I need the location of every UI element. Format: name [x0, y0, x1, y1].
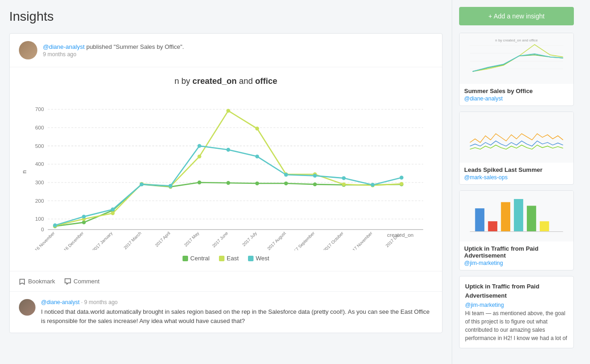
svg-text:2017 May: 2017 May — [183, 230, 200, 247]
sidebar-text-content: Hi team — as mentioned above, the goal o… — [465, 309, 568, 342]
svg-point-69 — [400, 176, 403, 179]
sidebar-chart-thumb-3 — [460, 191, 573, 241]
svg-text:n: n — [21, 170, 28, 173]
sidebar-insight-title-3: Uptick in Traffic from Paid Advertisemen… — [464, 245, 569, 259]
bookmark-icon — [19, 278, 25, 285]
svg-point-63 — [226, 148, 230, 152]
sidebar-insight-title-2: Leads Spiked Last Summer — [464, 166, 569, 173]
insight-meta: @diane-analyst published "Summer Sales b… — [43, 43, 184, 58]
svg-point-38 — [255, 182, 259, 185]
svg-point-32 — [82, 220, 86, 224]
sidebar-chart-thumb-1: n by created_on and office — [460, 33, 573, 84]
sidebar-insight-author-1: @diane-analyst — [464, 95, 569, 102]
page-title: Insights — [9, 9, 442, 24]
comment-body: @diane-analyst · 9 months ago I noticed … — [41, 299, 433, 325]
sidebar-chart-2 — [460, 112, 573, 163]
comment-section: @diane-analyst · 9 months ago I noticed … — [10, 291, 442, 333]
legend-dot-west — [248, 256, 254, 261]
svg-text:100: 100 — [35, 217, 44, 222]
svg-point-37 — [226, 181, 230, 185]
comment-icon — [65, 278, 71, 285]
svg-text:700: 700 — [35, 106, 44, 112]
svg-rect-80 — [540, 221, 549, 231]
svg-rect-79 — [527, 206, 536, 232]
svg-point-49 — [197, 154, 201, 158]
main-insight-card: @diane-analyst published "Summer Sales b… — [9, 33, 442, 333]
sidebar-chart-1: n by created_on and office — [460, 33, 573, 84]
commenter-username: @diane-analyst — [41, 299, 80, 305]
sidebar-insight-author-3: @jim-marketing — [464, 260, 569, 266]
insight-timestamp: 9 months ago — [43, 51, 184, 58]
svg-text:2017 September: 2017 September — [289, 230, 316, 250]
comment-button[interactable]: Comment — [65, 278, 100, 285]
sidebar: + Add a new insight n by created_on and … — [452, 0, 581, 364]
sidebar-insight-title-1: Summer Sales by Office — [464, 88, 569, 94]
chart-title: n by created_on and office — [19, 76, 433, 86]
legend-dot-central — [183, 256, 188, 261]
svg-text:2017 October: 2017 October — [322, 230, 344, 250]
svg-text:2017 April: 2017 April — [154, 230, 171, 247]
sidebar-insight-info-3: Uptick in Traffic from Paid Advertisemen… — [460, 241, 573, 270]
svg-point-61 — [169, 184, 172, 188]
svg-point-39 — [284, 182, 288, 185]
sidebar-chart-3 — [460, 191, 573, 241]
legend-central: Central — [183, 255, 210, 262]
line-chart: 700 600 500 400 300 200 100 0 n created_… — [19, 94, 433, 250]
sidebar-text-title: Uptick in Traffic from Paid Advertisemen… — [465, 282, 568, 300]
svg-point-51 — [255, 127, 259, 130]
chart-legend: Central East West — [19, 255, 433, 262]
sidebar-insight-info-1: Summer Sales by Office @diane-analyst — [460, 84, 573, 106]
bookmark-label: Bookmark — [28, 278, 55, 285]
sidebar-insight-1[interactable]: n by created_on and office Summer Sales … — [459, 33, 574, 106]
sidebar-insight-info-2: Leads Spiked Last Summer @mark-sales-ops — [460, 163, 573, 184]
comment-meta: @diane-analyst · 9 months ago — [41, 299, 433, 305]
svg-point-50 — [226, 109, 230, 112]
svg-rect-77 — [501, 202, 510, 232]
insight-header: @diane-analyst published "Summer Sales b… — [10, 34, 442, 67]
legend-east: East — [219, 255, 239, 262]
svg-text:2016 December: 2016 December — [59, 230, 84, 250]
svg-point-54 — [342, 182, 346, 186]
svg-point-56 — [400, 182, 403, 186]
comment-timestamp: · 9 months ago — [81, 299, 118, 305]
svg-point-66 — [313, 174, 317, 177]
svg-point-68 — [371, 183, 374, 187]
svg-point-67 — [342, 176, 346, 180]
chart-container: n by created_on and office 7 — [10, 67, 442, 271]
svg-point-64 — [255, 154, 259, 158]
svg-text:2017 March: 2017 March — [123, 230, 142, 250]
svg-text:300: 300 — [35, 180, 44, 185]
legend-label-west: West — [256, 255, 269, 262]
svg-point-62 — [197, 144, 201, 147]
legend-label-east: East — [227, 255, 239, 262]
avatar — [19, 41, 37, 59]
svg-text:600: 600 — [35, 125, 44, 130]
svg-rect-78 — [514, 199, 523, 232]
legend-west: West — [248, 255, 269, 262]
comment-text: I noticed that data.world automatically … — [41, 307, 433, 325]
bookmark-button[interactable]: Bookmark — [19, 278, 55, 285]
insight-author: @diane-analyst — [43, 43, 85, 50]
chart-area: 700 600 500 400 300 200 100 0 n created_… — [19, 94, 433, 250]
svg-text:0: 0 — [41, 227, 44, 232]
svg-point-58 — [82, 215, 86, 218]
svg-text:400: 400 — [35, 161, 44, 167]
svg-text:200: 200 — [35, 198, 44, 204]
sidebar-insight-3[interactable]: Uptick in Traffic from Paid Advertisemen… — [459, 190, 574, 270]
sidebar-insight-2[interactable]: Leads Spiked Last Summer @mark-sales-ops — [459, 112, 574, 185]
sidebar-text-author: @jim-marketing — [465, 302, 504, 308]
svg-text:2017 June: 2017 June — [211, 230, 229, 248]
svg-point-60 — [140, 182, 143, 186]
insight-title-ref: "Summer Sales by Office". — [113, 43, 184, 50]
insight-action: published — [86, 43, 113, 50]
legend-dot-east — [219, 256, 224, 261]
sidebar-chart-thumb-2 — [460, 112, 573, 163]
svg-text:n by created_on and office: n by created_on and office — [495, 38, 538, 42]
comment-label: Comment — [74, 278, 100, 285]
svg-point-46 — [111, 211, 114, 215]
sidebar-text-insight[interactable]: Uptick in Traffic from Paid Advertisemen… — [459, 276, 574, 348]
legend-label-central: Central — [190, 255, 210, 262]
insight-footer: Bookmark Comment — [10, 271, 442, 291]
svg-point-57 — [53, 223, 57, 227]
add-insight-button[interactable]: + Add a new insight — [459, 7, 574, 25]
